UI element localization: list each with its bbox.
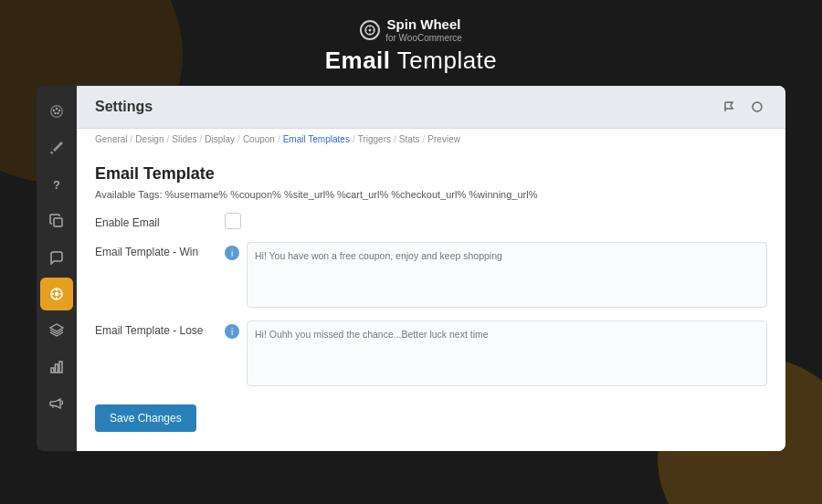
svg-point-10	[54, 112, 56, 114]
spin-icon	[49, 287, 64, 301]
win-template-row: Email Template - Win i	[95, 242, 767, 308]
win-info-icon[interactable]: i	[225, 246, 239, 260]
svg-text:?: ?	[53, 178, 60, 192]
sidebar-item-chart[interactable]	[40, 351, 73, 383]
win-textarea-group: i	[225, 242, 767, 308]
svg-point-9	[57, 112, 58, 114]
enable-email-label: Enable Email	[95, 213, 214, 229]
section-title: Email Template	[95, 164, 767, 184]
breadcrumb-display[interactable]: Display	[205, 134, 235, 144]
breadcrumb-coupon[interactable]: Coupon	[243, 134, 275, 144]
circle-button[interactable]	[747, 97, 767, 117]
svg-point-6	[53, 110, 55, 111]
svg-rect-21	[59, 362, 62, 373]
lose-template-row: Email Template - Lose i	[95, 320, 767, 386]
lose-template-label: Email Template - Lose	[95, 320, 214, 337]
svg-rect-20	[56, 364, 58, 373]
comment-icon	[49, 250, 64, 265]
svg-point-14	[56, 293, 58, 296]
layers-icon	[49, 323, 64, 338]
available-tags: Available Tags: %username% %coupon% %sit…	[95, 189, 767, 200]
flag-button[interactable]	[720, 97, 740, 117]
svg-point-8	[58, 110, 60, 111]
svg-rect-12	[54, 218, 62, 226]
enable-email-checkbox[interactable]	[225, 213, 241, 229]
sidebar-item-comment[interactable]	[40, 241, 73, 274]
svg-point-7	[56, 108, 58, 110]
chart-icon	[49, 360, 64, 374]
breadcrumb-stats[interactable]: Stats	[399, 134, 420, 144]
page-title: Email Template	[0, 47, 822, 75]
svg-rect-19	[51, 368, 54, 373]
breadcrumb: General / Design / Slides / Display / Co…	[77, 129, 785, 150]
page-header: Spin Wheel for WooCommerce Email Templat…	[0, 0, 822, 86]
content-area: Settings General / Design / Slides	[77, 86, 785, 451]
sidebar-item-help[interactable]: ?	[40, 168, 73, 201]
sidebar-item-megaphone[interactable]	[40, 387, 73, 420]
svg-point-22	[753, 102, 762, 111]
win-template-label: Email Template - Win	[95, 242, 214, 258]
copy-icon	[49, 214, 64, 228]
lose-template-textarea[interactable]	[247, 320, 767, 386]
sidebar-item-spin[interactable]	[40, 278, 73, 310]
content-body: Email Template Available Tags: %username…	[77, 150, 785, 451]
breadcrumb-general[interactable]: General	[95, 134, 128, 144]
win-template-textarea[interactable]	[247, 242, 767, 308]
lose-info-icon[interactable]: i	[225, 324, 239, 339]
breadcrumb-email-templates[interactable]: Email Templates	[283, 134, 350, 144]
palette-icon	[49, 104, 64, 119]
lose-textarea-group: i	[225, 320, 767, 386]
enable-email-control	[225, 213, 767, 229]
logo-sub-text: for WooCommerce	[385, 33, 462, 43]
breadcrumb-slides[interactable]: Slides	[172, 134, 196, 144]
enable-email-row: Enable Email	[95, 213, 767, 229]
breadcrumb-design[interactable]: Design	[135, 134, 163, 144]
sidebar-item-copy[interactable]	[40, 205, 73, 237]
megaphone-icon	[49, 396, 64, 411]
settings-title: Settings	[95, 99, 153, 115]
settings-actions	[720, 97, 767, 117]
settings-header: Settings	[77, 86, 785, 129]
question-icon: ?	[49, 177, 64, 192]
logo: Spin Wheel for WooCommerce	[0, 16, 822, 43]
sidebar-item-layers[interactable]	[40, 314, 73, 347]
breadcrumb-preview[interactable]: Preview	[427, 134, 460, 144]
sidebar: ?	[37, 86, 77, 451]
svg-point-1	[369, 28, 372, 31]
main-layout: ?	[37, 86, 785, 451]
sidebar-item-magic[interactable]	[40, 131, 73, 164]
save-button[interactable]: Save Changes	[95, 404, 196, 432]
sidebar-item-palette[interactable]	[40, 95, 73, 128]
logo-main-text: Spin Wheel	[387, 16, 461, 32]
magic-icon	[49, 141, 64, 155]
breadcrumb-triggers[interactable]: Triggers	[358, 134, 391, 144]
logo-icon	[360, 20, 380, 40]
